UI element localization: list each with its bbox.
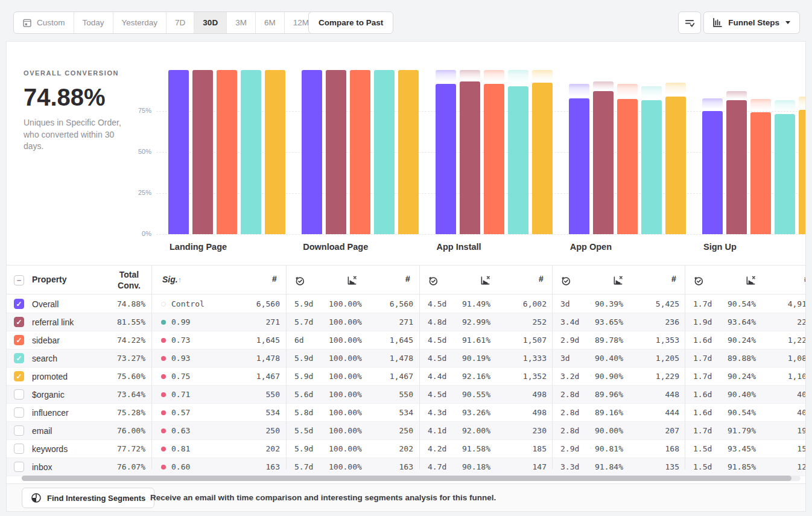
property-column-header[interactable]: Property bbox=[32, 275, 67, 284]
funnel-bar-Overall-step4[interactable] bbox=[569, 98, 589, 234]
funnel-bar-Overall-step2[interactable] bbox=[302, 70, 322, 234]
funnel-bar-sidebar-step1[interactable] bbox=[217, 70, 237, 234]
row-checkbox[interactable] bbox=[14, 462, 24, 472]
calendar-icon bbox=[22, 18, 32, 28]
count-column-header[interactable]: # bbox=[539, 274, 544, 284]
funnel-bar-ghost bbox=[702, 98, 723, 111]
funnel-bar-sidebar-step4[interactable] bbox=[617, 99, 638, 234]
count-column-header[interactable]: # bbox=[804, 274, 806, 284]
avg-time-to-convert-icon[interactable] bbox=[693, 275, 704, 286]
funnel-bar-search-step4[interactable] bbox=[641, 100, 662, 234]
y-axis-tick-label: 50% bbox=[130, 148, 151, 155]
funnel-bar-promoted-step3[interactable] bbox=[532, 83, 553, 234]
conversion-rate-chart-icon[interactable] bbox=[480, 275, 491, 286]
funnel-bar-sidebar-step5[interactable] bbox=[750, 112, 771, 234]
funnel-bar-referral-link-step1[interactable] bbox=[192, 70, 213, 234]
avg-time-to-convert-icon[interactable] bbox=[428, 275, 439, 286]
avg-time-to-convert-icon[interactable] bbox=[294, 275, 305, 286]
funnel-bar-search-step1[interactable] bbox=[241, 70, 261, 234]
significance-dot bbox=[161, 447, 166, 451]
row-checkbox[interactable]: ✓ bbox=[14, 299, 24, 309]
avg-time-value: 4.5d bbox=[428, 295, 459, 313]
horizontal-scrollbar-track[interactable] bbox=[22, 476, 801, 481]
avg-time-value: 4.4d bbox=[428, 368, 459, 386]
table-row-sidebar: ✓sidebar74.22%0.731,6456d100.00%1,6454.5… bbox=[7, 331, 806, 349]
table-row-inbox: inbox76.07%0.601635.7d100.00%1634.7d90.1… bbox=[7, 458, 806, 476]
funnel-bar-search-step3[interactable] bbox=[508, 86, 528, 234]
property-name: keywords bbox=[32, 440, 98, 458]
step-count: 40 bbox=[757, 386, 806, 404]
table-row-promoted: ✓promoted75.60%0.751,4675.9d100.00%1,467… bbox=[7, 368, 806, 386]
date-range-custom[interactable]: Custom bbox=[14, 12, 74, 33]
funnel-bar-referral-link-step2[interactable] bbox=[326, 70, 346, 234]
date-range-30d[interactable]: 30D bbox=[194, 12, 227, 33]
funnel-bar-Overall-step5[interactable] bbox=[702, 111, 723, 234]
conversion-rate-chart-icon[interactable] bbox=[612, 275, 624, 286]
date-range-today[interactable]: Today bbox=[74, 12, 113, 33]
funnel-bar-referral-link-step4[interactable] bbox=[593, 91, 614, 234]
compare-to-past-button[interactable]: Compare to Past bbox=[308, 11, 393, 34]
avg-time-to-convert-icon[interactable] bbox=[560, 275, 571, 286]
step-count: 1,645 bbox=[224, 331, 280, 349]
funnel-bar-promoted-step1[interactable] bbox=[265, 70, 285, 234]
row-checkbox[interactable]: ✓ bbox=[14, 335, 24, 345]
funnel-bar-promoted-step4[interactable] bbox=[665, 97, 686, 234]
step-count: 1,645 bbox=[358, 331, 413, 349]
significance-dot bbox=[161, 465, 166, 470]
row-checkbox[interactable] bbox=[14, 444, 24, 454]
funnel-bar-Overall-step3[interactable] bbox=[436, 84, 456, 234]
significance-value: 0.81 bbox=[171, 440, 226, 458]
step-count: 4,91 bbox=[757, 295, 806, 313]
row-checkbox[interactable] bbox=[14, 407, 24, 418]
significance-dot bbox=[161, 356, 166, 361]
column-group-divider bbox=[685, 265, 685, 470]
select-all-checkbox[interactable]: − bbox=[14, 275, 24, 285]
avg-time-value: 3.3d bbox=[560, 458, 592, 476]
row-checkbox[interactable] bbox=[14, 425, 24, 436]
row-checkbox[interactable] bbox=[14, 389, 24, 400]
chart-type-dropdown[interactable]: Funnel Steps bbox=[703, 11, 800, 34]
step-count: 15 bbox=[757, 440, 806, 458]
conversion-rate-chart-icon[interactable] bbox=[346, 275, 358, 286]
funnel-bar-promoted-step5[interactable] bbox=[799, 110, 806, 234]
date-range-6m[interactable]: 6M bbox=[256, 12, 285, 33]
count-column-header[interactable]: # bbox=[671, 274, 676, 284]
significance-value: 0.71 bbox=[171, 386, 226, 404]
date-range-3m[interactable]: 3M bbox=[227, 12, 256, 33]
funnel-bar-sidebar-step3[interactable] bbox=[484, 84, 504, 234]
funnel-bar-referral-link-step5[interactable] bbox=[726, 100, 747, 234]
row-checkbox[interactable]: ✓ bbox=[14, 371, 24, 381]
avg-time-value: 5.9d bbox=[294, 368, 326, 386]
date-range-yesterday[interactable]: Yesterday bbox=[113, 12, 167, 33]
funnel-bar-promoted-step2[interactable] bbox=[398, 70, 419, 234]
funnel-bar-referral-link-step3[interactable] bbox=[460, 81, 480, 234]
significance-sort-header[interactable]: Sig.↑ bbox=[162, 275, 182, 284]
avg-time-value: 2.9d bbox=[560, 331, 592, 349]
count-column-header[interactable]: # bbox=[272, 274, 277, 284]
find-interesting-segments-button[interactable]: Find Interesting Segments bbox=[22, 488, 154, 508]
avg-time-value: 4.1d bbox=[428, 422, 459, 440]
funnel-bar-ghost bbox=[460, 70, 480, 81]
horizontal-scrollbar-thumb[interactable] bbox=[22, 476, 791, 481]
edit-columns-button[interactable] bbox=[678, 11, 701, 34]
date-range-label: Today bbox=[83, 18, 104, 27]
funnel-bar-search-step2[interactable] bbox=[374, 70, 395, 234]
step-count: 1,229 bbox=[624, 368, 679, 386]
date-range-7d[interactable]: 7D bbox=[167, 12, 194, 33]
significance-value: 0.60 bbox=[171, 458, 226, 476]
total-conversion-value: 74.88% bbox=[97, 295, 145, 313]
avg-time-value: 1.6d bbox=[693, 331, 725, 349]
total-conversion-value: 77.72% bbox=[97, 440, 145, 458]
funnel-bar-search-step5[interactable] bbox=[775, 114, 795, 234]
gridline-0% bbox=[156, 234, 806, 235]
step-count: 40 bbox=[757, 404, 806, 422]
count-column-header[interactable]: # bbox=[405, 274, 410, 284]
step-count: 1,507 bbox=[492, 331, 547, 349]
row-checkbox[interactable]: ✓ bbox=[14, 317, 24, 327]
total-conv-column-header[interactable]: Total Conv. bbox=[108, 270, 150, 291]
conversion-rate-chart-icon[interactable] bbox=[745, 275, 756, 286]
funnel-bar-Overall-step1[interactable] bbox=[168, 70, 189, 234]
funnel-bar-sidebar-step2[interactable] bbox=[350, 70, 370, 234]
avg-time-value: 4.5d bbox=[428, 386, 459, 404]
row-checkbox[interactable]: ✓ bbox=[14, 353, 24, 363]
